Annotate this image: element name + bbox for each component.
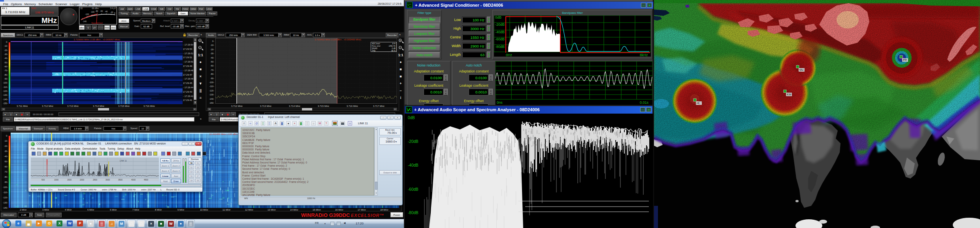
- svg-text:-100: -100: [90, 11, 94, 13]
- svg-text:-20dB: -20dB: [495, 23, 505, 27]
- svg-text:-80dB: -80dB: [495, 45, 505, 49]
- svg-text:-80: -80: [95, 10, 98, 12]
- svg-text:0: 0: [114, 12, 115, 14]
- svg-text:LINK 11: LINK 11: [120, 160, 127, 162]
- svg-text:0.01s: 0.01s: [640, 101, 649, 104]
- svg-text:-60: -60: [100, 10, 103, 12]
- svg-text:DSP: DSP: [407, 3, 412, 6]
- svg-text:-60dB: -60dB: [408, 187, 418, 192]
- svg-text:0ns: 0ns: [497, 101, 503, 104]
- svg-text:-20: -20: [110, 11, 113, 13]
- svg-text:0dB: 0dB: [495, 15, 501, 19]
- svg-text:8kHz: 8kHz: [640, 53, 648, 57]
- svg-text:-20dB: -20dB: [408, 139, 418, 144]
- svg-text:-120: -120: [85, 13, 89, 15]
- svg-text:-40dB: -40dB: [408, 163, 418, 167]
- svg-text:-80dB: -80dB: [408, 211, 418, 215]
- svg-text:-40dB: -40dB: [495, 30, 505, 34]
- svg-text:-140: -140: [83, 20, 87, 23]
- svg-text:-40: -40: [105, 10, 107, 13]
- svg-text:0Hz: 0Hz: [506, 53, 513, 57]
- svg-text:0dB: 0dB: [408, 116, 415, 120]
- svg-text:-60dB: -60dB: [495, 37, 505, 41]
